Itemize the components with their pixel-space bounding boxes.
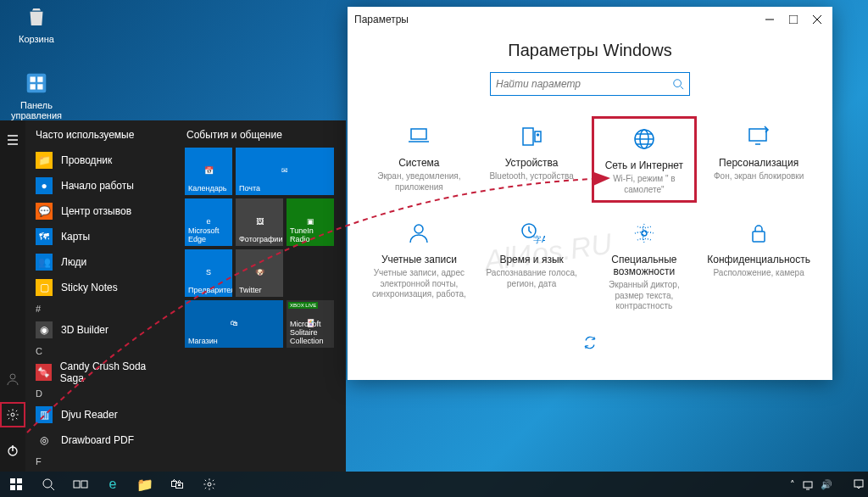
category-privacy[interactable]: Конфиденциальность Расположение, камера (704, 213, 814, 317)
category-devices[interactable]: Устройства Bluetooth, устройства (479, 116, 585, 203)
desktop-recycle-bin[interactable]: Корзина (7, 2, 66, 44)
app-feedback[interactable]: 💬Центр отзывов (25, 198, 176, 224)
taskbar-search[interactable] (32, 472, 64, 497)
svg-rect-1 (31, 77, 36, 82)
hamburger-button[interactable] (0, 127, 25, 153)
letter-header[interactable]: # (25, 300, 176, 317)
tile-photos[interactable]: 🖼Фотографии (236, 198, 283, 246)
settings-categories: Система Экран, уведомления, приложения У… (348, 116, 832, 317)
category-system[interactable]: Система Экран, уведомления, приложения (366, 116, 472, 203)
tile-store[interactable]: 🛍Магазин (185, 300, 283, 348)
taskbar-store[interactable]: 🛍 (161, 472, 193, 497)
svg-point-6 (11, 413, 14, 416)
letter-header[interactable]: D (25, 385, 176, 402)
category-title: Система (370, 157, 469, 169)
user-account-button[interactable] (0, 366, 25, 392)
mail-icon: ✉ (281, 166, 288, 175)
tile-mail[interactable]: ✉Почта (236, 148, 334, 195)
people-icon: 👥 (36, 254, 53, 271)
svg-rect-40 (854, 480, 863, 487)
category-time-language[interactable]: 字A Время и язык Распознавание голоса, ре… (479, 213, 585, 317)
start-rail (0, 120, 25, 472)
xbox-badge: XBOX LIVE (288, 302, 318, 309)
svg-rect-4 (37, 84, 42, 89)
store-icon: 🛍 (231, 319, 238, 327)
category-desc: Wi-Fi, режим " в самолете" (598, 174, 692, 195)
category-desc: Расположение, камера (707, 268, 810, 279)
app-candy[interactable]: 🍬Candy Crush Soda Saga (25, 360, 176, 385)
getstarted-icon: ● (36, 177, 53, 194)
category-personalization[interactable]: Персонализация Фон, экран блокировки (704, 116, 814, 203)
svg-point-11 (674, 80, 682, 87)
tile-twitter[interactable]: 🐶Twitter (236, 249, 283, 297)
category-title: Конфиденциальность (707, 254, 810, 265)
solitaire-icon: 🃏 (306, 319, 315, 327)
3dbuilder-icon: ◉ (36, 321, 53, 338)
tile-label: Предваритель... (188, 286, 229, 294)
tray-chevron-up-icon[interactable]: ˄ (790, 479, 795, 490)
taskbar-explorer[interactable]: 📁 (129, 472, 161, 497)
devices-icon (482, 121, 581, 152)
letter-header[interactable]: C (25, 343, 176, 360)
app-label: Карты (61, 231, 90, 243)
app-label: Djvu Reader (61, 409, 118, 421)
app-label: Candy Crush Soda Saga (60, 360, 166, 384)
candy-icon: 🍬 (36, 364, 52, 381)
twitter-icon: 🐶 (255, 268, 264, 276)
desktop-control-panel[interactable]: Панель управления (7, 68, 66, 120)
app-drawboard[interactable]: ◎Drawboard PDF (25, 427, 176, 453)
app-label: Люди (61, 256, 86, 268)
search-box[interactable] (490, 72, 690, 96)
search-input[interactable] (496, 78, 672, 90)
taskbar-settings[interactable] (193, 472, 225, 497)
category-network[interactable]: Сеть и Интернет Wi-Fi, режим " в самолет… (592, 116, 698, 203)
svg-rect-30 (17, 478, 22, 483)
recycle-bin-icon (7, 2, 66, 32)
app-label: Sticky Notes (61, 282, 118, 293)
control-panel-icon (7, 68, 66, 98)
category-title: Сеть и Интернет (598, 159, 692, 171)
app-explorer[interactable]: 📁Проводник (25, 148, 176, 173)
svg-point-33 (43, 479, 52, 488)
feedback-icon: 💬 (36, 203, 53, 220)
tile-skype[interactable]: SПредваритель... (185, 249, 232, 297)
category-ease-of-access[interactable]: Специальные возможности Экранный диктор,… (592, 213, 698, 317)
app-sticky[interactable]: ▢Sticky Notes (25, 275, 176, 300)
start-button[interactable] (0, 472, 32, 497)
category-title: Учетные записи (370, 254, 469, 265)
app-getstarted[interactable]: ●Начало работы (25, 173, 176, 198)
app-djvu[interactable]: ▥Djvu Reader (25, 402, 176, 427)
svg-rect-13 (411, 129, 426, 139)
letter-header[interactable]: F (25, 453, 176, 470)
svg-rect-28 (753, 232, 765, 242)
app-3dbuilder[interactable]: ◉3D Builder (25, 317, 176, 343)
window-titlebar[interactable]: Параметры (348, 7, 832, 32)
category-update[interactable] (535, 322, 645, 368)
tile-calendar[interactable]: 📅Календарь (185, 148, 232, 195)
sync-icon (538, 327, 642, 358)
svg-rect-32 (17, 485, 22, 490)
tray-volume-icon[interactable]: 🔊 (821, 479, 832, 490)
close-button[interactable] (802, 7, 832, 32)
task-view-button[interactable] (64, 472, 97, 497)
tiles-group-header: События и общение (186, 129, 337, 141)
tray-network-icon[interactable] (802, 478, 814, 490)
power-button[interactable] (0, 438, 25, 463)
settings-button[interactable] (0, 402, 25, 427)
svg-point-24 (415, 225, 423, 233)
app-maps[interactable]: 🗺Карты (25, 224, 176, 249)
tile-label: Microsoft Edge (188, 226, 229, 243)
tray-notifications-icon[interactable] (853, 478, 865, 490)
tile-tunein[interactable]: ▣TuneIn Radio (287, 198, 334, 246)
djvu-icon: ▥ (36, 406, 53, 423)
category-desc: Распознавание голоса, регион, дата (482, 268, 581, 289)
taskbar-edge[interactable]: e (97, 472, 129, 497)
category-title: Время и язык (482, 254, 581, 265)
clock-lang-icon: 字A (482, 218, 581, 248)
category-accounts[interactable]: Учетные записи Учетные записи, адрес эле… (366, 213, 472, 317)
category-desc: Учетные записи, адрес электронной почты,… (370, 268, 469, 300)
tile-edge[interactable]: eMicrosoft Edge (185, 198, 232, 246)
tile-solitaire[interactable]: XBOX LIVE🃏Microsoft Solitaire Collection (287, 300, 334, 348)
calendar-icon: 📅 (204, 166, 214, 175)
app-people[interactable]: 👥Люди (25, 249, 176, 275)
